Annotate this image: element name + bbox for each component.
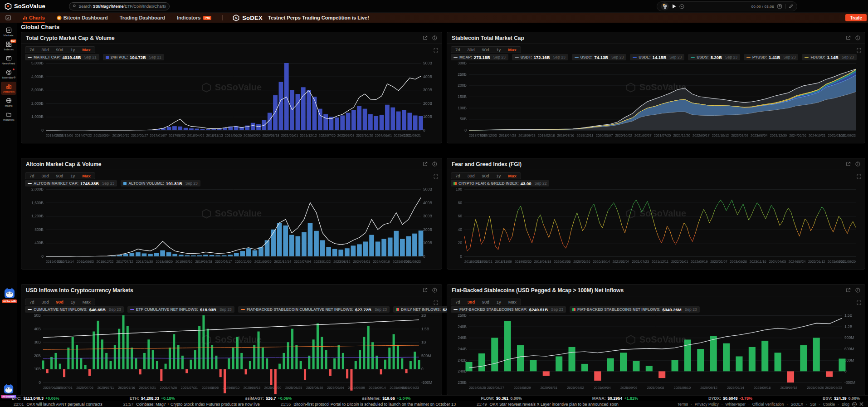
range-button-1y[interactable]: 1y: [493, 299, 504, 304]
range-button-max[interactable]: Max: [505, 173, 519, 178]
info-icon[interactable]: [432, 288, 437, 293]
info-icon[interactable]: [855, 288, 860, 293]
range-button-30d[interactable]: 30d: [39, 299, 52, 304]
expand-icon[interactable]: [434, 299, 438, 307]
range-button-90d[interactable]: 90d: [53, 173, 66, 178]
range-button-30d[interactable]: 30d: [39, 47, 52, 52]
apps-grid-icon[interactable]: [5, 15, 11, 20]
footer-link-ssi[interactable]: SSI: [810, 402, 816, 407]
share-icon[interactable]: [423, 162, 428, 167]
ticker-item-btc[interactable]: BTC:$113,040.3+0.06%: [12, 396, 59, 401]
altcoin-market-cap-chart[interactable]: [25, 186, 439, 268]
sodex-name: SoDEX: [242, 15, 263, 21]
range-button-7d[interactable]: 7d: [452, 47, 463, 52]
range-button-90d[interactable]: 90d: [53, 299, 66, 304]
tab-bitcoin-dashboard[interactable]: B Bitcoin Dashboard: [57, 13, 108, 23]
stablecoin-net-inflows-chart[interactable]: [451, 312, 862, 394]
footer-link-sodex[interactable]: SoDEX: [790, 402, 803, 407]
playback-speed-icon[interactable]: [679, 4, 684, 9]
ticker-item-ssimeme[interactable]: ssiMeme:$19.66+1.04%: [362, 396, 410, 401]
sidebar-item-indexes[interactable]: Buy Indexes: [1, 39, 16, 53]
info-icon[interactable]: [855, 35, 860, 40]
ticker-item-ssimag7[interactable]: ssiMAG7:$26.7+0.06%: [245, 396, 292, 401]
range-button-30d[interactable]: 30d: [464, 299, 478, 304]
sidebar-item-markets[interactable]: Markets: [1, 25, 16, 39]
range-button-1y[interactable]: 1y: [67, 173, 78, 178]
sidebar-item-watchlist[interactable]: Watchlist: [1, 110, 16, 123]
range-button-7d[interactable]: 7d: [452, 173, 463, 178]
play-button[interactable]: [672, 4, 676, 9]
range-button-max[interactable]: Max: [79, 173, 93, 178]
expand-icon[interactable]: [434, 46, 438, 54]
sidebar-item-macro[interactable]: Macro: [1, 96, 16, 109]
range-button-max[interactable]: Max: [79, 47, 93, 52]
ticker-item-mana[interactable]: MANA:$0.2954+1.82%: [592, 396, 638, 401]
footer-link-cookie[interactable]: Cookie: [823, 402, 835, 407]
medium-icon[interactable]: M: [852, 402, 857, 407]
ticker-item-eth[interactable]: ETH:$4,208.33+0.18%: [130, 396, 175, 401]
share-icon[interactable]: [846, 162, 851, 167]
ticker-item-flow[interactable]: FLOW:$0.3610.00%: [481, 396, 522, 401]
sodex-banner[interactable]: S SoDEX Testnet Perps Trading Competitio…: [233, 15, 369, 21]
range-button-90d[interactable]: 90d: [53, 47, 66, 52]
range-button-7d[interactable]: 7d: [452, 299, 463, 304]
tab-trading-dashboard[interactable]: Trading Dashboard: [120, 13, 165, 23]
footer-link-blog[interactable]: Blog: [842, 402, 849, 407]
sosovalue-logo[interactable]: SoSoValue: [5, 3, 45, 10]
range-button-1y[interactable]: 1y: [68, 299, 78, 304]
share-icon[interactable]: [423, 288, 428, 293]
expand-icon[interactable]: [857, 299, 861, 307]
ticker-item-bsv[interactable]: BSV:$24.390.00%: [823, 396, 860, 401]
footer-link-privacy-policy[interactable]: Privacy Policy: [695, 402, 719, 407]
range-button-1y[interactable]: 1y: [493, 47, 504, 52]
ai-mascot-button[interactable]: AI·SocialFi: [2, 287, 17, 303]
x-twitter-icon[interactable]: [859, 402, 863, 406]
expand-icon[interactable]: [857, 46, 861, 54]
range-button-7d[interactable]: 7d: [26, 47, 38, 52]
sidebar-item-newsfeed[interactable]: NewsFeed: [1, 54, 16, 67]
ai-socialfi-corner-button[interactable]: AI·SocialFi: [1, 383, 16, 398]
playlist-icon[interactable]: [777, 4, 782, 9]
share-icon[interactable]: [423, 35, 428, 40]
sidebar-item-analysis[interactable]: Analysis: [1, 82, 16, 95]
news-item[interactable]: 21:57Coinbase: Mag7 + Crypto Stock Index…: [123, 402, 260, 407]
news-item[interactable]: 21:49OKX Star retweet reveals X Layer in…: [477, 402, 619, 407]
footer-link-terms[interactable]: Terms: [678, 402, 688, 407]
info-icon[interactable]: [432, 35, 437, 40]
usd-inflows-chart[interactable]: [25, 312, 439, 394]
news-item[interactable]: 21:55Bitcoin-first protocol Portal to Bi…: [281, 402, 456, 407]
range-button-30d[interactable]: 30d: [464, 47, 478, 52]
range-button-max[interactable]: Max: [79, 299, 94, 304]
info-icon[interactable]: [855, 162, 860, 167]
footer-link-whitepaper[interactable]: WhitePaper: [726, 402, 746, 407]
range-button-7d[interactable]: 7d: [26, 173, 38, 178]
range-button-30d[interactable]: 30d: [464, 173, 478, 178]
footer-link-official-verification[interactable]: Official Verification: [752, 402, 784, 407]
share-icon[interactable]: [846, 35, 851, 40]
info-icon[interactable]: [432, 162, 437, 167]
range-button-90d[interactable]: 90d: [478, 47, 492, 52]
expand-icon[interactable]: [434, 172, 438, 181]
range-button-90d[interactable]: 90d: [479, 299, 493, 304]
range-button-30d[interactable]: 30d: [39, 173, 52, 178]
voice-settings-icon[interactable]: [789, 4, 793, 9]
fear-greed-index-chart[interactable]: [451, 186, 862, 268]
range-button-1y[interactable]: 1y: [67, 47, 78, 52]
tab-indicators[interactable]: Indicators Pro: [177, 13, 211, 23]
share-icon[interactable]: [846, 288, 851, 293]
range-button-max[interactable]: Max: [505, 47, 519, 52]
total-crypto-market-cap-chart[interactable]: [25, 59, 439, 142]
stablecoin-market-cap-chart[interactable]: [451, 59, 862, 142]
sidebar-item-tokenbar[interactable]: TokenBar®: [1, 68, 16, 81]
ticker-item-dydx[interactable]: DYDX:$0.6048-3.78%: [708, 396, 752, 401]
expand-icon[interactable]: [857, 172, 861, 181]
news-item[interactable]: 22:01OKX will launch AVNT perpetual cont…: [14, 402, 102, 407]
tab-charts[interactable]: Charts: [23, 13, 45, 23]
range-button-1y[interactable]: 1y: [493, 173, 504, 178]
trade-button[interactable]: Trade: [845, 14, 867, 21]
search-input[interactable]: Search SSI/Mag7/Meme/ETF/Coin/Index/Char…: [69, 2, 170, 10]
legend-value: $46.65B: [89, 307, 106, 312]
range-button-7d[interactable]: 7d: [26, 299, 38, 304]
range-button-90d[interactable]: 90d: [478, 173, 492, 178]
range-button-max[interactable]: Max: [505, 299, 520, 304]
